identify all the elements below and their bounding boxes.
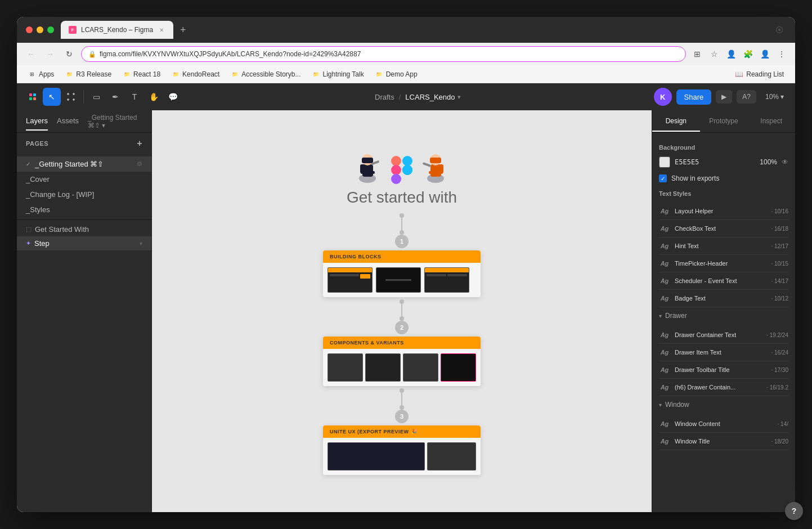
mini-frame-main: [328, 442, 425, 470]
eye-icon[interactable]: 👁: [782, 158, 788, 166]
window-group-header[interactable]: ▾ Window: [659, 396, 788, 411]
shape-tool-button[interactable]: ▭: [87, 88, 105, 106]
text-style-layout-helper[interactable]: Ag Layout Helper · 10/16: [659, 203, 788, 220]
bookmark-lightning-talk[interactable]: 📁 Lightning Talk: [308, 69, 369, 80]
address-bar[interactable]: 🔒 figma.com/file/KVXYNVWrXtuXQJPSdyuKAb/…: [81, 46, 686, 62]
reading-list-button[interactable]: 📖 Reading List: [730, 69, 788, 80]
tab-layers[interactable]: Layers: [26, 112, 48, 131]
hero-illustration: [352, 147, 451, 184]
minimize-button[interactable]: [37, 26, 43, 33]
select-tool-button[interactable]: ↖: [43, 88, 61, 106]
step-card-1-body: [323, 263, 481, 297]
text-style-window-content[interactable]: Ag Window Content · 14/: [659, 415, 788, 433]
step-card-1[interactable]: BUILDING BLOCKS: [323, 250, 481, 297]
close-button[interactable]: [26, 26, 33, 33]
step-node-1: 1: [395, 235, 409, 248]
text-style-drawer-item[interactable]: Ag Drawer Item Text · 16/24: [659, 344, 788, 361]
file-name-display[interactable]: LCARS_Kendo ▾: [405, 93, 460, 101]
main-menu-button[interactable]: [24, 88, 42, 106]
text-style-drawer-h6[interactable]: Ag (h6) Drawer Contain... · 16/19.2: [659, 379, 788, 396]
comment-tool-button[interactable]: 💬: [164, 88, 182, 106]
text-style-drawer-container[interactable]: Ag Drawer Container Text · 19.2/24: [659, 326, 788, 344]
bookmark-apps-label: Apps: [39, 70, 54, 78]
user-avatar-icon[interactable]: 👤: [758, 47, 771, 61]
grid-icon[interactable]: ⊞: [690, 47, 704, 61]
svg-rect-32: [439, 164, 443, 173]
chevron-down-icon: ▾: [457, 93, 461, 101]
profile-icon[interactable]: ⦿: [773, 23, 786, 37]
add-page-button[interactable]: +: [137, 138, 142, 149]
drawer-ts-name-1: Drawer Item Text: [675, 349, 766, 356]
tab-close-button[interactable]: ✕: [158, 26, 165, 34]
drawer-ts-name-0: Drawer Container Text: [675, 331, 762, 338]
play-button[interactable]: ▶: [716, 90, 732, 104]
hand-tool-button[interactable]: ✋: [145, 88, 163, 106]
text-style-icon: Ag: [659, 364, 670, 375]
accessibility-button[interactable]: A?: [737, 90, 756, 104]
maximize-button[interactable]: [47, 26, 54, 33]
bookmark-demo-app[interactable]: 📁 Demo App: [371, 69, 422, 80]
zoom-level-button[interactable]: 10% ▾: [761, 90, 788, 104]
text-styles-label: Text Styles: [659, 190, 788, 197]
back-button[interactable]: ←: [24, 47, 38, 61]
text-style-checkbox[interactable]: Ag CheckBox Text · 16/18: [659, 220, 788, 237]
page-item-cover[interactable]: _Cover: [17, 172, 151, 187]
pen-tool-button[interactable]: ✒: [106, 88, 124, 106]
page-item-getting-started[interactable]: ✓ _Getting Started ⌘⇧ ⚙: [17, 156, 151, 172]
check-icon: ✓: [26, 161, 30, 167]
tab-design[interactable]: Design: [652, 111, 700, 132]
chevron-down-icon: ▾: [659, 313, 662, 319]
tab-assets[interactable]: Assets: [57, 112, 79, 131]
layer-get-started[interactable]: ⬚ Get Started With: [17, 222, 151, 236]
bookmark-react18[interactable]: 📁 React 18: [118, 69, 165, 80]
ts-name-4: Scheduler - Event Text: [675, 277, 766, 284]
text-style-drawer-toolbar[interactable]: Ag Drawer Toolbar Title · 17/30: [659, 361, 788, 379]
share-button[interactable]: Share: [676, 89, 712, 105]
new-tab-button[interactable]: +: [178, 24, 189, 36]
canvas-area[interactable]: Get started with 1 BUILDING BLOCKS: [152, 110, 652, 512]
text-style-hint[interactable]: Ag Hint Text · 12/17: [659, 237, 788, 255]
user-avatar-button[interactable]: K: [654, 88, 672, 106]
layer-step[interactable]: ✦ Step ▾: [17, 236, 151, 250]
breadcrumb-drafts[interactable]: Drafts: [375, 93, 394, 101]
text-style-window-title[interactable]: Ag Window Title · 18/20: [659, 433, 788, 450]
page-item-styles[interactable]: _Styles: [17, 202, 151, 217]
tab-inspect[interactable]: Inspect: [747, 111, 795, 132]
ts-size-3: · 10/15: [771, 261, 788, 267]
bookmark-icon[interactable]: ☆: [707, 47, 721, 61]
browser-icons-group: ⊞ ☆ 👤 🧩 👤 ⋮: [690, 47, 788, 61]
drawer-group-header[interactable]: ▾ Drawer: [659, 307, 788, 322]
layer-section: ⬚ Get Started With ✦ Step ▾: [17, 219, 151, 253]
bookmark-apps[interactable]: ⊞ Apps: [24, 69, 59, 80]
bookmark-r3-release[interactable]: 📁 R3 Release: [61, 69, 116, 80]
profile-circle-icon[interactable]: 👤: [724, 47, 738, 61]
tab-prototype[interactable]: Prototype: [700, 111, 748, 132]
hero-title: Get started with: [347, 189, 457, 207]
reading-list-label: Reading List: [746, 70, 784, 78]
bookmark-kendoreact[interactable]: 📁 KendoReact: [167, 69, 224, 80]
text-style-scheduler[interactable]: Ag Scheduler - Event Text · 14/17: [659, 272, 788, 290]
step-card-3-header: UNITE UX (EXPORT PREVIEW 🎉: [323, 425, 481, 438]
show-exports-checkbox[interactable]: ✓: [659, 174, 667, 182]
lock-icon: 🔒: [88, 51, 96, 58]
step-card-3[interactable]: UNITE UX (EXPORT PREVIEW 🎉: [323, 425, 481, 475]
text-style-timepicker[interactable]: Ag TimePicker-Header · 10/15: [659, 255, 788, 272]
text-style-badge[interactable]: Ag Badge Text · 10/12: [659, 290, 788, 307]
page-item-changelog[interactable]: _Change Log - [WIP]: [17, 187, 151, 202]
extension-icon[interactable]: 🧩: [741, 47, 755, 61]
color-swatch[interactable]: [659, 156, 670, 168]
frame-tool-button[interactable]: [62, 88, 80, 106]
tool-divider-1: [83, 90, 84, 104]
active-tab[interactable]: F LCARS_Kendo – Figma ✕: [61, 21, 173, 39]
background-row: E5E5E5 100% 👁: [659, 156, 788, 168]
bookmark-accessible-storybook[interactable]: 📁 Accessible Storyb...: [226, 69, 305, 80]
more-options-icon[interactable]: ⋮: [775, 47, 788, 61]
window-ts-name-0: Window Content: [675, 420, 773, 427]
drawer-ts-size-3: · 16/19.2: [766, 384, 788, 391]
refresh-button[interactable]: ↻: [62, 47, 77, 61]
drawer-ts-name-2: Drawer Toolbar Title: [675, 366, 766, 373]
step-card-2[interactable]: COMPONENTS & VARIANTS: [323, 337, 481, 386]
text-tool-button[interactable]: T: [125, 88, 143, 106]
forward-button[interactable]: →: [43, 47, 57, 61]
checkmark-icon: ✓: [661, 176, 665, 182]
